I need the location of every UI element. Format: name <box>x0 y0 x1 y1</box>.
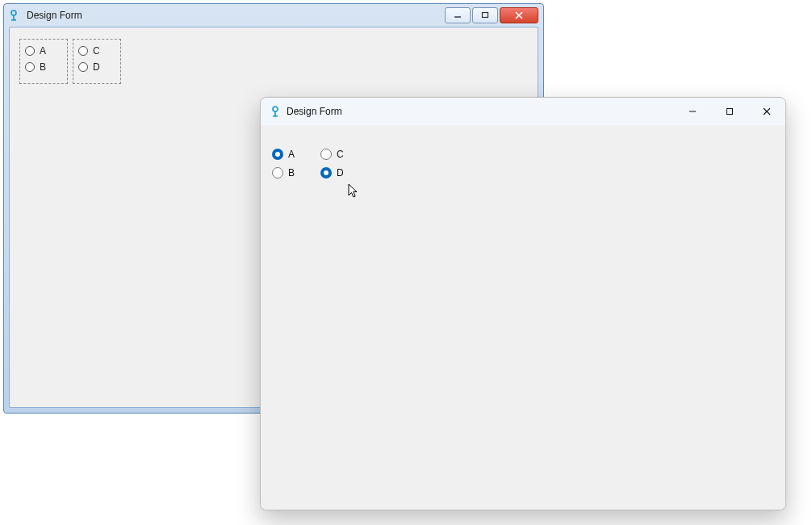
radio-c[interactable]: C <box>320 146 344 162</box>
radio-label: D <box>337 167 344 178</box>
radio-d[interactable]: D <box>320 165 344 181</box>
close-button[interactable] <box>748 98 785 125</box>
radio-group-1[interactable]: A B <box>19 39 68 84</box>
radio-d[interactable]: D <box>78 59 115 75</box>
radio-a[interactable]: A <box>272 146 295 162</box>
maximize-button[interactable] <box>472 7 498 23</box>
svg-point-7 <box>273 107 278 111</box>
window-title: Design Form <box>23 10 445 21</box>
titlebar[interactable]: Design Form <box>261 98 785 125</box>
radio-group-2[interactable]: C D <box>73 39 121 84</box>
radio-icon <box>25 46 35 56</box>
window-title: Design Form <box>287 106 674 117</box>
caption-buttons <box>674 98 785 125</box>
caption-buttons <box>445 7 540 23</box>
minimize-button[interactable] <box>445 7 471 23</box>
app-icon <box>269 105 282 118</box>
svg-rect-1 <box>13 15 15 19</box>
radio-a[interactable]: A <box>25 43 62 59</box>
svg-rect-9 <box>273 116 278 117</box>
radio-label: B <box>40 61 46 73</box>
radio-label: B <box>288 167 295 178</box>
radio-b[interactable]: B <box>25 59 62 75</box>
radio-icon <box>78 46 88 56</box>
minimize-button[interactable] <box>674 98 711 125</box>
radio-label: D <box>93 61 100 73</box>
maximize-button[interactable] <box>711 98 748 125</box>
cursor-icon <box>348 183 361 202</box>
form-client: A B C D <box>261 125 785 510</box>
radio-icon <box>320 167 332 178</box>
radio-label: A <box>40 45 46 57</box>
app-icon <box>7 9 20 22</box>
radio-icon <box>78 62 88 72</box>
radio-icon <box>25 62 35 72</box>
svg-rect-4 <box>483 13 488 18</box>
svg-rect-11 <box>727 109 733 115</box>
runtime-window-front: Design Form A B <box>260 97 786 510</box>
radio-label: C <box>337 149 344 160</box>
close-button[interactable] <box>500 7 538 23</box>
radio-c[interactable]: C <box>78 43 115 59</box>
titlebar[interactable]: Design Form <box>4 4 543 27</box>
svg-rect-2 <box>11 19 16 21</box>
radio-label: A <box>288 149 295 160</box>
radio-icon <box>272 167 283 178</box>
svg-point-0 <box>11 10 16 15</box>
radio-b[interactable]: B <box>272 165 295 181</box>
radio-label: C <box>93 45 100 57</box>
radio-icon <box>272 149 283 160</box>
radio-icon <box>320 149 332 160</box>
svg-rect-8 <box>274 111 276 116</box>
